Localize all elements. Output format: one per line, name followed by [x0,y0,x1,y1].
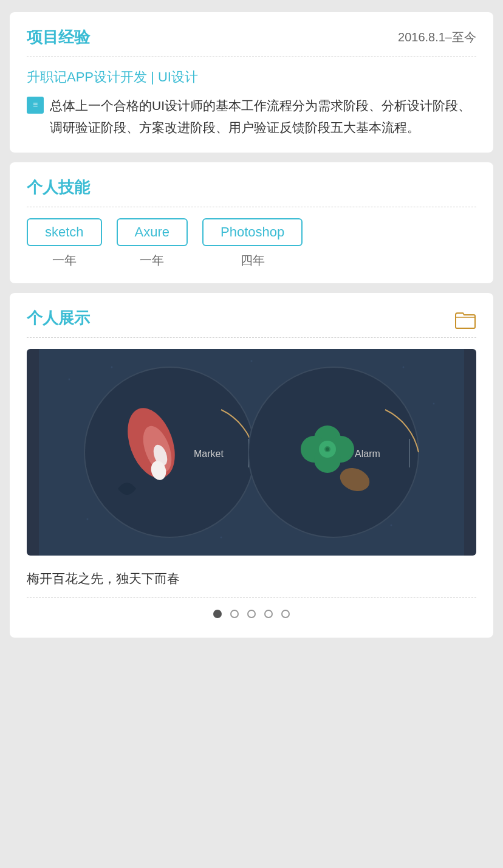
svg-point-7 [433,403,435,405]
pagination-dot-4[interactable] [264,610,273,618]
folder-icon[interactable] [454,309,476,328]
project-date-range: 2016.8.1–至今 [398,29,476,46]
skill-duration-sketch: 一年 [52,252,77,269]
svg-point-6 [403,367,405,368]
pagination-dot-3[interactable] [247,610,256,618]
svg-point-8 [87,518,89,520]
skill-badge-sketch: sketch [27,218,102,246]
skill-item-photoshop: Photoshop 四年 [202,218,303,269]
project-experience-card: 项目经验 2016.8.1–至今 升职记APP设计开发 | UI设计 总体上一个… [10,12,493,153]
pagination-dot-1[interactable] [213,610,222,618]
svg-text:Alarm: Alarm [355,449,380,459]
svg-point-10 [391,525,392,526]
skill-badge-axure: Axure [117,218,188,246]
skills-card: 个人技能 sketch 一年 Axure 一年 Photoshop 四年 [10,162,493,283]
skills-row: sketch 一年 Axure 一年 Photoshop 四年 [27,218,476,269]
pagination [27,598,476,623]
pagination-dot-5[interactable] [281,610,290,618]
skill-duration-photoshop: 四年 [241,252,265,269]
portfolio-header: 个人展示 [27,308,476,338]
portfolio-card: 个人展示 [10,293,493,638]
skill-badge-photoshop: Photoshop [202,218,303,246]
skill-item-sketch: sketch 一年 [27,218,102,269]
svg-point-25 [326,447,329,451]
project-name: 升职记APP设计开发 | UI设计 [27,68,476,86]
project-section-header: 项目经验 2016.8.1–至今 [27,27,476,57]
portfolio-title: 个人展示 [27,308,90,329]
skills-section-header: 个人技能 [27,177,476,207]
svg-point-9 [221,537,222,539]
project-title: 项目经验 [27,27,90,48]
pagination-dot-2[interactable] [230,610,239,618]
project-description: 总体上一个合格的UI设计师的基本工作流程分为需求阶段、分析设计阶段、调研验证阶段… [27,95,476,138]
portfolio-image: Market Alarm [27,349,476,556]
description-icon [27,97,44,114]
description-text: 总体上一个合格的UI设计师的基本工作流程分为需求阶段、分析设计阶段、调研验证阶段… [50,95,476,138]
svg-point-1 [69,379,70,381]
svg-text:Market: Market [194,449,224,459]
portfolio-caption: 梅开百花之先，独天下而春 [27,565,476,598]
skills-title: 个人技能 [27,177,90,198]
skill-duration-axure: 一年 [140,252,164,269]
svg-point-4 [251,360,253,362]
skill-item-axure: Axure 一年 [117,218,188,269]
svg-point-2 [111,367,113,368]
